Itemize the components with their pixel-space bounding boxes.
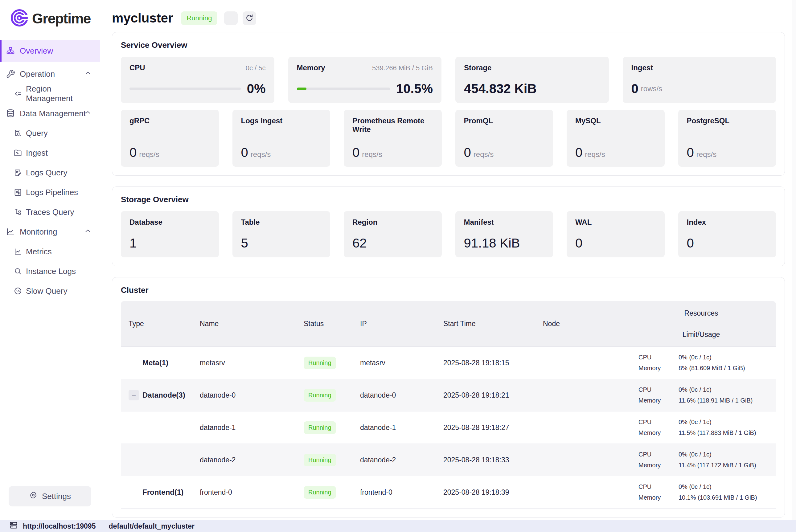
sidebar-item-monitoring[interactable]: Monitoring [0, 222, 100, 242]
sidebar-nav: Overview Operation Region Management [0, 40, 100, 486]
status-badge: Running [304, 389, 336, 402]
sidebar-item-label: Operation [20, 69, 55, 79]
card-label: Prometheus Remote Write [353, 116, 433, 134]
resources-cell: CPU0% (0c / 1c) Memory11.4% (117.172 MiB… [626, 451, 776, 469]
start-time: 2025-08-28 19:18:33 [435, 456, 534, 464]
sidebar-item-logs-pipelines[interactable]: Logs Pipelines [0, 183, 100, 202]
node-ip: datanode-0 [352, 391, 435, 399]
refresh-icon [245, 14, 254, 23]
section-title: Cluster [121, 285, 776, 295]
resources-cell: CPU0% (0c / 1c) Memory11.6% (118.91 MiB … [626, 386, 776, 404]
table-row-datanode-1: datanode-1 Running datanode-1 2025-08-28… [121, 412, 776, 444]
table-row-metasrv: Meta(1) metasrv Running metasrv 2025-08-… [121, 347, 776, 379]
node-name: datanode-2 [192, 456, 293, 464]
collapse-button[interactable]: − [129, 390, 139, 400]
sidebar-item-slow-query[interactable]: Slow Query [0, 281, 100, 301]
sidebar-item-region-management[interactable]: Region Management [0, 84, 100, 103]
gauge-icon [14, 287, 22, 295]
card-label: gRPC [130, 116, 210, 125]
pause-button[interactable] [224, 12, 238, 25]
memory-usage: 10.1% (103.691 MiB / 1 GiB) [679, 494, 776, 501]
ingest-unit: rows/s [641, 84, 662, 93]
node-ip: frontend-0 [352, 488, 435, 497]
server-icon [9, 521, 18, 531]
greptime-logo-icon [11, 9, 29, 28]
logs-ingest-card: Logs Ingest 0reqs/s [232, 110, 330, 167]
sidebar-item-operation[interactable]: Operation [0, 64, 100, 84]
col-header-start-time: Start Time [435, 320, 534, 328]
chevron-up-icon[interactable] [84, 69, 92, 79]
refresh-button[interactable] [243, 12, 256, 25]
vertical-scrollbar[interactable] [792, 0, 796, 520]
sidebar-item-instance-logs[interactable]: Instance Logs [0, 261, 100, 281]
page-header: mycluster Running [112, 8, 785, 28]
settings-label: Settings [42, 492, 71, 501]
memory-usage: 11.4% (117.172 MiB / 1 GiB) [679, 462, 776, 469]
card-label: Storage [464, 63, 491, 72]
sliders-icon [14, 188, 22, 197]
node-ip: metasrv [352, 359, 435, 367]
promql-card: PromQL 0reqs/s [455, 110, 553, 167]
sidebar-item-metrics[interactable]: Metrics [0, 242, 100, 261]
rate-value: 0reqs/s [687, 145, 767, 160]
memory-card: Memory539.266 MiB / 5 GiB 10.5% [288, 57, 442, 103]
sidebar-item-ingest[interactable]: Ingest [0, 143, 100, 163]
sidebar-item-data-management[interactable]: Data Management [0, 103, 100, 123]
wal-value: 0 [575, 236, 656, 251]
cpu-value: 0% [247, 81, 266, 96]
start-time: 2025-08-28 19:18:27 [435, 423, 534, 432]
app-window: Greptime Overview Operation Regi [0, 0, 796, 520]
region-value: 62 [353, 236, 433, 251]
status-bar: http://localhost:19095 default/default_m… [0, 520, 796, 532]
trace-tree-icon [14, 208, 22, 216]
sitemap-icon [5, 46, 15, 56]
sidebar-item-label: Instance Logs [26, 267, 76, 276]
settings-button[interactable]: Settings [8, 486, 91, 507]
col-header-node: Node [534, 320, 626, 328]
status-badge: Running [304, 486, 336, 499]
memory-usage: 11.5% (117.883 MiB / 1 GiB) [679, 429, 776, 436]
card-detail: 0c / 5c [246, 64, 266, 72]
wal-card: WAL0 [567, 211, 665, 258]
cluster-title: mycluster [112, 11, 173, 25]
sidebar-item-label: Data Management [20, 109, 86, 118]
status-badge: Running [304, 357, 336, 369]
col-header-name: Name [192, 320, 293, 328]
sidebar-item-logs-query[interactable]: Logs Query [0, 163, 100, 183]
resources-cell: CPU0% (0c / 1c) Memory8% (81.609 MiB / 1… [626, 354, 776, 372]
resources-cell: CPU0% (0c / 1c) Memory10.1% (103.691 MiB… [626, 483, 776, 501]
ingest-card: Ingest 0rows/s [623, 57, 776, 103]
table-row-datanode-2: datanode-2 Running datanode-2 2025-08-28… [121, 444, 776, 476]
cpu-usage: 0% (0c / 1c) [679, 419, 776, 426]
start-time: 2025-08-28 19:18:15 [435, 359, 534, 367]
table-value: 5 [241, 236, 322, 251]
col-header-resources: Resources Limit/Usage [626, 309, 776, 339]
postgresql-card: PostgreSQL 0reqs/s [678, 110, 776, 167]
node-type: −Datanode(3) [121, 390, 192, 400]
rate-card-row: gRPC 0reqs/s Logs Ingest 0reqs/s Prometh… [121, 110, 776, 167]
sidebar-item-query[interactable]: Query [0, 123, 100, 143]
sidebar-item-label: Region Management [26, 84, 100, 103]
current-database[interactable]: default/default_mycluster [109, 522, 194, 530]
arrow-left-lines-icon [14, 89, 22, 98]
node-ip: datanode-1 [352, 423, 435, 432]
cpu-card: CPU0c / 5c 0% [121, 57, 274, 103]
database-icon [5, 109, 15, 118]
main-content: mycluster Running Service Overview CPU0c… [100, 0, 796, 520]
database-value: 1 [130, 236, 210, 251]
rate-value: 0reqs/s [353, 145, 433, 160]
sidebar-item-traces-query[interactable]: Traces Query [0, 202, 100, 222]
cpu-usage: 0% (0c / 1c) [679, 483, 776, 490]
sidebar-item-overview[interactable]: Overview [0, 40, 100, 62]
storage-card-row: Database1 Table5 Region62 Manifest91.18 … [121, 211, 776, 258]
rate-value: 0reqs/s [464, 145, 545, 160]
col-header-ip: IP [352, 320, 435, 328]
chevron-up-icon[interactable] [84, 227, 92, 237]
card-label: PostgreSQL [687, 116, 767, 125]
cpu-usage: 0% (0c / 1c) [679, 386, 776, 393]
chevron-up-icon[interactable] [84, 109, 92, 119]
storage-card: Storage 454.832 KiB [455, 57, 609, 103]
node-name: metasrv [192, 359, 293, 367]
storage-value: 454.832 KiB [464, 81, 537, 96]
server-url[interactable]: http://localhost:19095 [23, 522, 96, 530]
